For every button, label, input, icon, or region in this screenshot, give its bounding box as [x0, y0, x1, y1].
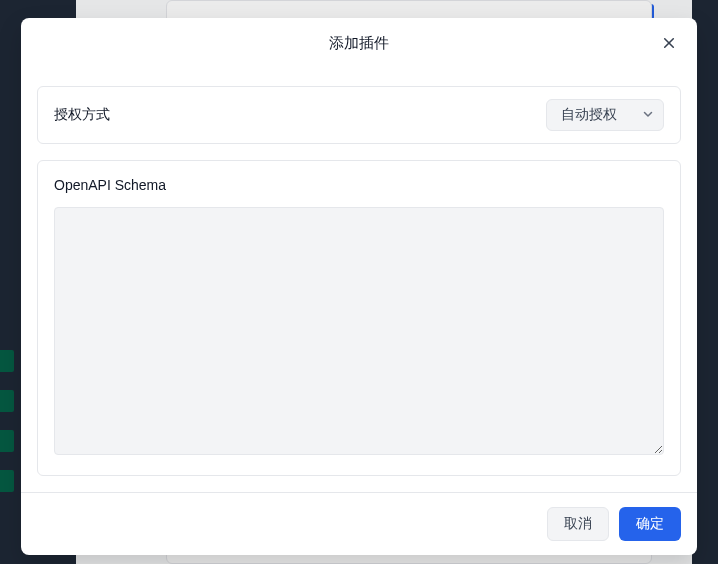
- auth-method-select-value: 自动授权: [561, 106, 617, 124]
- openapi-schema-textarea[interactable]: [54, 207, 664, 455]
- auth-method-select[interactable]: 自动授权: [546, 99, 664, 131]
- openapi-schema-label: OpenAPI Schema: [54, 177, 664, 193]
- modal-title: 添加插件: [41, 34, 677, 53]
- confirm-button[interactable]: 确定: [619, 507, 681, 541]
- openapi-schema-section: OpenAPI Schema: [37, 160, 681, 476]
- auth-method-select-wrapper: 自动授权: [546, 99, 664, 131]
- close-icon: [663, 37, 675, 52]
- modal-overlay: 添加插件 授权方式 自动授权: [0, 0, 718, 564]
- auth-method-label: 授权方式: [54, 106, 110, 124]
- modal-header: 添加插件: [21, 18, 697, 70]
- modal-body: 授权方式 自动授权 OpenAPI Schema: [21, 70, 697, 492]
- add-plugin-modal: 添加插件 授权方式 自动授权: [21, 18, 697, 555]
- modal-footer: 取消 确定: [21, 492, 697, 555]
- cancel-button[interactable]: 取消: [547, 507, 609, 541]
- auth-method-row: 授权方式 自动授权: [37, 86, 681, 144]
- close-button[interactable]: [657, 32, 681, 56]
